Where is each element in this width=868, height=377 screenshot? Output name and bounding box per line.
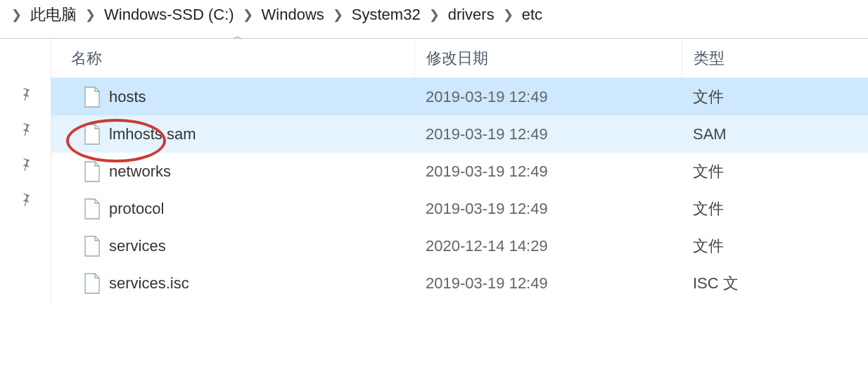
- column-header-type[interactable]: 类型: [682, 39, 868, 78]
- file-name: lmhosts.sam: [109, 125, 196, 143]
- file-row[interactable]: networks2019-03-19 12:49文件: [51, 153, 868, 190]
- pin-icon[interactable]: [18, 122, 32, 140]
- file-type: 文件: [682, 87, 868, 108]
- file-row[interactable]: hosts2019-03-19 12:49文件: [51, 78, 868, 115]
- file-row[interactable]: protocol2019-03-19 12:49文件: [51, 190, 868, 227]
- file-icon: [84, 161, 101, 182]
- file-type: SAM: [682, 125, 868, 143]
- file-icon: [84, 273, 101, 294]
- pin-icon[interactable]: [18, 87, 32, 105]
- file-name: hosts: [109, 88, 146, 106]
- file-row[interactable]: lmhosts.sam2019-03-19 12:49SAM: [51, 115, 868, 153]
- column-headers: ︿ 名称 修改日期 类型: [51, 39, 868, 78]
- breadcrumb-item[interactable]: Windows-SSD (C:): [104, 6, 234, 24]
- file-icon: [84, 124, 101, 145]
- chevron-right-icon[interactable]: ❯: [79, 7, 101, 23]
- chevron-right-icon[interactable]: ❯: [327, 7, 349, 23]
- chevron-right-icon[interactable]: ❯: [237, 7, 259, 23]
- pin-icon[interactable]: [18, 192, 32, 210]
- file-date: 2019-03-19 12:49: [414, 162, 682, 181]
- breadcrumb[interactable]: ❯ 此电脑 ❯ Windows-SSD (C:) ❯ Windows ❯ Sys…: [0, 0, 868, 34]
- file-date: 2019-03-19 12:49: [414, 274, 682, 293]
- file-date: 2019-03-19 12:49: [414, 200, 682, 218]
- breadcrumb-item[interactable]: 此电脑: [30, 4, 77, 25]
- file-icon: [84, 236, 101, 257]
- file-type: ISC 文: [682, 273, 868, 294]
- breadcrumb-item[interactable]: Windows: [262, 6, 324, 24]
- file-type: 文件: [682, 161, 868, 182]
- column-header-name[interactable]: 名称: [51, 48, 414, 69]
- file-name: services.isc: [109, 274, 189, 293]
- file-name: services: [109, 237, 166, 255]
- breadcrumb-item[interactable]: System32: [352, 6, 421, 24]
- file-row[interactable]: services2020-12-14 14:29文件: [51, 227, 868, 264]
- file-date: 2019-03-19 12:49: [414, 125, 682, 143]
- chevron-right-icon[interactable]: ❯: [497, 7, 519, 23]
- file-type: 文件: [682, 198, 868, 219]
- breadcrumb-item[interactable]: drivers: [448, 6, 494, 24]
- file-icon: [84, 198, 101, 219]
- quick-access-sidebar: [0, 39, 51, 302]
- pin-icon[interactable]: [18, 157, 32, 175]
- breadcrumb-item[interactable]: etc: [522, 6, 542, 24]
- file-name: protocol: [109, 200, 164, 218]
- file-list: ︿ 名称 修改日期 类型 hosts2019-03-19 12:49文件lmho…: [51, 39, 868, 302]
- column-header-date[interactable]: 修改日期: [414, 39, 682, 78]
- chevron-right-icon[interactable]: ❯: [423, 7, 445, 23]
- file-type: 文件: [682, 236, 868, 257]
- file-icon: [84, 87, 101, 108]
- file-date: 2020-12-14 14:29: [414, 237, 682, 255]
- file-name: networks: [109, 162, 171, 181]
- chevron-right-icon[interactable]: ❯: [6, 7, 27, 23]
- file-date: 2019-03-19 12:49: [414, 88, 682, 106]
- file-row[interactable]: services.isc2019-03-19 12:49ISC 文: [51, 264, 868, 302]
- sort-ascending-icon[interactable]: ︿: [233, 30, 243, 43]
